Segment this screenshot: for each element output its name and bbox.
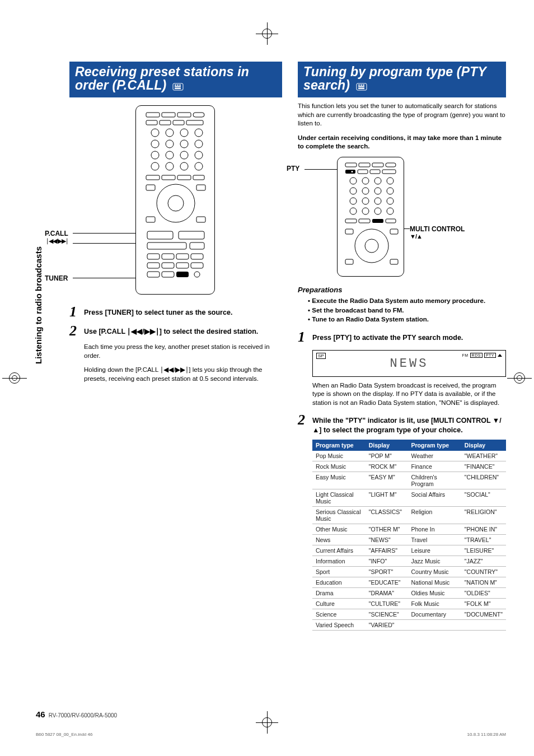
preparations-list: Execute the Radio Data System auto memor… (308, 296, 506, 324)
svg-rect-30 (146, 175, 160, 180)
step-1-body: When an Radio Data System broadcast is r… (312, 381, 506, 408)
prep-item: Set the broadcast band to FM. (308, 306, 506, 315)
svg-rect-47 (191, 254, 203, 259)
table-cell: "CLASSICS" (366, 507, 408, 524)
print-file: B60 5827 08_00_En.indd 46 (36, 732, 92, 737)
svg-rect-63 (359, 163, 370, 167)
registration-mark-right (509, 368, 530, 388)
step-2-heading: While the "PTY" indicator is lit, use [M… (312, 413, 506, 435)
svg-point-21 (195, 140, 203, 148)
table-row: Drama"DRAMA"Oldies Music"OLDIES" (312, 588, 506, 599)
table-row: Sport"SPORT"Country Music"COUNTRY" (312, 567, 506, 577)
svg-rect-8 (177, 113, 191, 117)
svg-rect-39 (196, 217, 205, 222)
table-cell: Travel (407, 535, 461, 545)
svg-rect-48 (147, 263, 160, 268)
table-cell: Jazz Music (407, 556, 461, 567)
page-number: 46 (36, 710, 45, 719)
svg-rect-10 (146, 120, 157, 125)
svg-rect-65 (386, 163, 396, 167)
svg-rect-49 (162, 263, 174, 268)
triangle-up-icon (498, 354, 502, 357)
table-cell: "EASY M" (366, 472, 408, 489)
table-cell: "DRAMA" (366, 588, 408, 599)
svg-point-73 (374, 178, 381, 184)
table-cell: "EDUCATE" (366, 577, 408, 588)
prep-item: Tune to an Radio Data System station. (308, 315, 506, 324)
svg-point-15 (166, 129, 174, 137)
table-header: Program type (312, 440, 366, 451)
remote-label-multi: MULTI CONTROL ▼/▲ (410, 225, 465, 240)
table-cell: "FINANCE" (461, 461, 506, 472)
table-cell: "ROCK M" (366, 461, 408, 472)
step-number-1: 1 (298, 330, 308, 344)
svg-rect-45 (162, 254, 174, 259)
table-cell: "CULTURE" (366, 599, 408, 609)
table-cell: "SPORT" (366, 567, 408, 577)
svg-rect-31 (162, 175, 175, 180)
table-cell: Other Music (312, 524, 366, 535)
svg-rect-46 (176, 254, 189, 259)
title-text: Receiving preset stations in order (P.CA… (75, 64, 249, 92)
prep-item: Execute the Radio Data System auto memor… (308, 296, 506, 306)
svg-point-24 (180, 151, 188, 159)
table-row: Easy Music"EASY M"Children's Program"CHI… (312, 472, 506, 489)
svg-point-28 (180, 162, 188, 170)
svg-rect-33 (193, 175, 204, 180)
svg-rect-13 (186, 120, 203, 125)
table-cell: Culture (312, 599, 366, 609)
svg-rect-59 (363, 85, 364, 86)
step-number-2: 2 (298, 413, 308, 435)
svg-point-14 (151, 129, 159, 137)
table-cell: "INFO" (366, 556, 408, 567)
svg-point-91 (355, 229, 388, 263)
table-row: Other Music"OTHER M"Phone In"PHONE IN" (312, 524, 506, 535)
svg-rect-41 (179, 231, 204, 239)
svg-point-85 (374, 208, 381, 214)
svg-point-82 (387, 198, 394, 204)
table-row: Rock Music"ROCK M"Finance"FINANCE" (312, 461, 506, 472)
step-2-body-1: Each time you press the key, another pre… (84, 343, 282, 360)
table-cell: "SCIENCE" (366, 609, 408, 620)
table-cell: Social Affairs (407, 489, 461, 507)
up-down-icon: ▼/▲ (410, 233, 465, 240)
svg-rect-60 (358, 86, 364, 87)
table-cell: "JAZZ" (461, 556, 506, 567)
table-cell: "OTHER M" (366, 524, 408, 535)
table-cell: Leisure (407, 545, 461, 556)
table-row: Serious Classical Music"CLASSICS"Religio… (312, 507, 506, 524)
svg-point-74 (387, 178, 394, 184)
step-2-body-2: Holding down the [P.CALL ∣◀◀/▶▶∣] lets y… (84, 366, 282, 383)
svg-point-83 (350, 208, 357, 214)
svg-rect-43 (190, 242, 204, 249)
svg-rect-12 (173, 120, 184, 125)
svg-rect-2 (177, 85, 179, 86)
table-cell: Drama (312, 588, 366, 599)
svg-point-34 (157, 184, 195, 222)
table-cell: "NEWS" (366, 535, 408, 545)
table-cell: Finance (407, 461, 461, 472)
svg-rect-5 (175, 88, 181, 89)
remote-diagram-small (337, 157, 404, 277)
table-cell: National Music (407, 577, 461, 588)
table-cell: Children's Program (407, 472, 461, 489)
svg-point-92 (365, 239, 378, 253)
svg-point-35 (168, 195, 184, 211)
table-cell: Weather (407, 451, 461, 461)
registration-mark-left (4, 368, 25, 388)
table-cell: "CHILDREN" (461, 472, 506, 489)
svg-point-76 (362, 188, 369, 194)
table-cell: "POP M" (366, 451, 408, 461)
pty-table: Program type Display Program type Displa… (312, 440, 506, 631)
svg-rect-87 (345, 219, 357, 223)
table-cell: Science (312, 609, 366, 620)
table-cell: Oldies Music (407, 588, 461, 599)
table-row: Current Affairs"AFFAIRS"Leisure"LEISURE" (312, 545, 506, 556)
table-row: Education"EDUCATE"National Music"NATION … (312, 577, 506, 588)
svg-point-81 (374, 198, 381, 204)
svg-rect-52 (147, 272, 160, 277)
table-cell: Easy Music (312, 472, 366, 489)
svg-rect-69 (370, 170, 380, 174)
table-row: Light Classical Music"LIGHT M"Social Aff… (312, 489, 506, 507)
lcd-display: SP NEWS FM RDS PTY (312, 350, 506, 377)
